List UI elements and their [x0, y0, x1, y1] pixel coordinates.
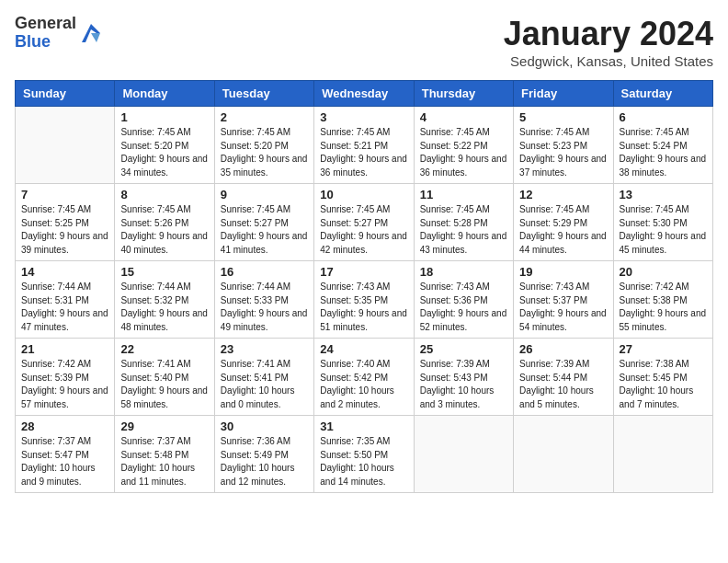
day-info: Sunrise: 7:42 AM Sunset: 5:39 PM Dayligh… — [21, 358, 108, 411]
day-info: Sunrise: 7:41 AM Sunset: 5:41 PM Dayligh… — [221, 358, 308, 411]
day-info: Sunrise: 7:45 AM Sunset: 5:23 PM Dayligh… — [519, 126, 607, 179]
day-number: 24 — [320, 342, 407, 356]
day-number: 4 — [420, 110, 507, 124]
calendar-cell — [514, 416, 613, 493]
day-number: 22 — [120, 342, 208, 356]
calendar-cell: 21Sunrise: 7:42 AM Sunset: 5:39 PM Dayli… — [16, 339, 115, 416]
day-number: 6 — [620, 110, 707, 124]
day-number: 17 — [320, 265, 407, 279]
calendar-cell: 27Sunrise: 7:38 AM Sunset: 5:45 PM Dayli… — [613, 339, 712, 416]
page-header: General Blue January 2024 Sedgwick, Kans… — [15, 15, 713, 69]
calendar-cell: 1Sunrise: 7:45 AM Sunset: 5:20 PM Daylig… — [115, 107, 214, 184]
title-block: January 2024 Sedgwick, Kansas, United St… — [504, 15, 713, 69]
day-number: 11 — [420, 188, 507, 201]
logo-icon — [78, 20, 104, 46]
calendar-cell: 4Sunrise: 7:45 AM Sunset: 5:22 PM Daylig… — [414, 107, 513, 184]
calendar-cell: 7Sunrise: 7:45 AM Sunset: 5:25 PM Daylig… — [16, 184, 115, 261]
day-info: Sunrise: 7:44 AM Sunset: 5:32 PM Dayligh… — [120, 281, 208, 334]
calendar-cell: 23Sunrise: 7:41 AM Sunset: 5:41 PM Dayli… — [214, 339, 313, 416]
day-number: 18 — [420, 265, 507, 279]
calendar-cell: 19Sunrise: 7:43 AM Sunset: 5:37 PM Dayli… — [514, 261, 613, 339]
day-info: Sunrise: 7:43 AM Sunset: 5:37 PM Dayligh… — [519, 281, 607, 334]
day-info: Sunrise: 7:42 AM Sunset: 5:38 PM Dayligh… — [620, 281, 707, 334]
day-number: 12 — [519, 188, 607, 201]
day-info: Sunrise: 7:37 AM Sunset: 5:47 PM Dayligh… — [21, 435, 108, 488]
day-number: 8 — [120, 188, 208, 201]
location: Sedgwick, Kansas, United States — [504, 53, 713, 69]
calendar-cell: 25Sunrise: 7:39 AM Sunset: 5:43 PM Dayli… — [414, 339, 513, 416]
calendar-cell: 2Sunrise: 7:45 AM Sunset: 5:20 PM Daylig… — [214, 107, 313, 184]
column-header-tuesday: Tuesday — [214, 81, 313, 107]
calendar-cell: 8Sunrise: 7:45 AM Sunset: 5:26 PM Daylig… — [115, 184, 214, 261]
calendar-cell: 14Sunrise: 7:44 AM Sunset: 5:31 PM Dayli… — [16, 261, 115, 339]
day-info: Sunrise: 7:35 AM Sunset: 5:50 PM Dayligh… — [320, 435, 407, 488]
calendar-cell: 5Sunrise: 7:45 AM Sunset: 5:23 PM Daylig… — [514, 107, 613, 184]
calendar-cell: 24Sunrise: 7:40 AM Sunset: 5:42 PM Dayli… — [314, 339, 414, 416]
calendar-cell — [414, 416, 513, 493]
column-header-wednesday: Wednesday — [314, 81, 414, 107]
calendar-week-row: 1Sunrise: 7:45 AM Sunset: 5:20 PM Daylig… — [16, 107, 713, 184]
day-number: 20 — [620, 265, 707, 279]
calendar-cell: 10Sunrise: 7:45 AM Sunset: 5:27 PM Dayli… — [314, 184, 414, 261]
column-header-friday: Friday — [514, 81, 613, 107]
calendar-header-row: SundayMondayTuesdayWednesdayThursdayFrid… — [16, 81, 713, 107]
day-info: Sunrise: 7:45 AM Sunset: 5:20 PM Dayligh… — [120, 126, 208, 179]
day-info: Sunrise: 7:43 AM Sunset: 5:36 PM Dayligh… — [420, 281, 507, 334]
day-info: Sunrise: 7:45 AM Sunset: 5:24 PM Dayligh… — [620, 126, 707, 179]
day-info: Sunrise: 7:37 AM Sunset: 5:48 PM Dayligh… — [120, 435, 208, 488]
day-number: 16 — [221, 265, 308, 279]
calendar-cell: 18Sunrise: 7:43 AM Sunset: 5:36 PM Dayli… — [414, 261, 513, 339]
day-number: 9 — [221, 188, 308, 201]
day-info: Sunrise: 7:43 AM Sunset: 5:35 PM Dayligh… — [320, 281, 407, 334]
month-title: January 2024 — [504, 15, 713, 53]
day-number: 31 — [320, 419, 407, 433]
day-number: 29 — [120, 419, 208, 433]
calendar-cell: 20Sunrise: 7:42 AM Sunset: 5:38 PM Dayli… — [613, 261, 712, 339]
calendar-cell: 31Sunrise: 7:35 AM Sunset: 5:50 PM Dayli… — [314, 416, 414, 493]
day-number: 14 — [21, 265, 108, 279]
day-number: 23 — [221, 342, 308, 356]
calendar-cell: 26Sunrise: 7:39 AM Sunset: 5:44 PM Dayli… — [514, 339, 613, 416]
day-number: 2 — [221, 110, 308, 124]
day-info: Sunrise: 7:39 AM Sunset: 5:43 PM Dayligh… — [420, 358, 507, 411]
calendar-week-row: 28Sunrise: 7:37 AM Sunset: 5:47 PM Dayli… — [16, 416, 713, 493]
logo-blue-text: Blue — [15, 32, 51, 51]
day-info: Sunrise: 7:45 AM Sunset: 5:26 PM Dayligh… — [120, 203, 208, 257]
column-header-thursday: Thursday — [414, 81, 513, 107]
day-number: 3 — [320, 110, 407, 124]
calendar-cell — [16, 107, 115, 184]
calendar-table: SundayMondayTuesdayWednesdayThursdayFrid… — [15, 80, 713, 493]
day-number: 15 — [120, 265, 208, 279]
calendar-week-row: 14Sunrise: 7:44 AM Sunset: 5:31 PM Dayli… — [16, 261, 713, 339]
day-number: 5 — [519, 110, 607, 124]
calendar-cell: 12Sunrise: 7:45 AM Sunset: 5:29 PM Dayli… — [514, 184, 613, 261]
day-info: Sunrise: 7:44 AM Sunset: 5:33 PM Dayligh… — [221, 281, 308, 334]
column-header-sunday: Sunday — [16, 81, 115, 107]
day-info: Sunrise: 7:41 AM Sunset: 5:40 PM Dayligh… — [120, 358, 208, 411]
calendar-week-row: 21Sunrise: 7:42 AM Sunset: 5:39 PM Dayli… — [16, 339, 713, 416]
svg-marker-1 — [91, 33, 100, 42]
calendar-cell: 15Sunrise: 7:44 AM Sunset: 5:32 PM Dayli… — [115, 261, 214, 339]
day-info: Sunrise: 7:45 AM Sunset: 5:29 PM Dayligh… — [519, 203, 607, 257]
day-info: Sunrise: 7:40 AM Sunset: 5:42 PM Dayligh… — [320, 358, 407, 411]
calendar-cell: 11Sunrise: 7:45 AM Sunset: 5:28 PM Dayli… — [414, 184, 513, 261]
day-number: 21 — [21, 342, 108, 356]
day-info: Sunrise: 7:44 AM Sunset: 5:31 PM Dayligh… — [21, 281, 108, 334]
calendar-week-row: 7Sunrise: 7:45 AM Sunset: 5:25 PM Daylig… — [16, 184, 713, 261]
day-number: 19 — [519, 265, 607, 279]
day-number: 28 — [21, 419, 108, 433]
day-info: Sunrise: 7:38 AM Sunset: 5:45 PM Dayligh… — [620, 358, 707, 411]
day-info: Sunrise: 7:45 AM Sunset: 5:25 PM Dayligh… — [21, 203, 108, 257]
day-info: Sunrise: 7:45 AM Sunset: 5:20 PM Dayligh… — [221, 126, 308, 179]
calendar-cell: 16Sunrise: 7:44 AM Sunset: 5:33 PM Dayli… — [214, 261, 313, 339]
day-info: Sunrise: 7:39 AM Sunset: 5:44 PM Dayligh… — [519, 358, 607, 411]
day-info: Sunrise: 7:45 AM Sunset: 5:27 PM Dayligh… — [221, 203, 308, 257]
day-number: 27 — [620, 342, 707, 356]
day-info: Sunrise: 7:45 AM Sunset: 5:28 PM Dayligh… — [420, 203, 507, 257]
column-header-saturday: Saturday — [613, 81, 712, 107]
calendar-cell: 29Sunrise: 7:37 AM Sunset: 5:48 PM Dayli… — [115, 416, 214, 493]
day-number: 30 — [221, 419, 308, 433]
calendar-cell: 30Sunrise: 7:36 AM Sunset: 5:49 PM Dayli… — [214, 416, 313, 493]
calendar-cell: 28Sunrise: 7:37 AM Sunset: 5:47 PM Dayli… — [16, 416, 115, 493]
day-number: 10 — [320, 188, 407, 201]
